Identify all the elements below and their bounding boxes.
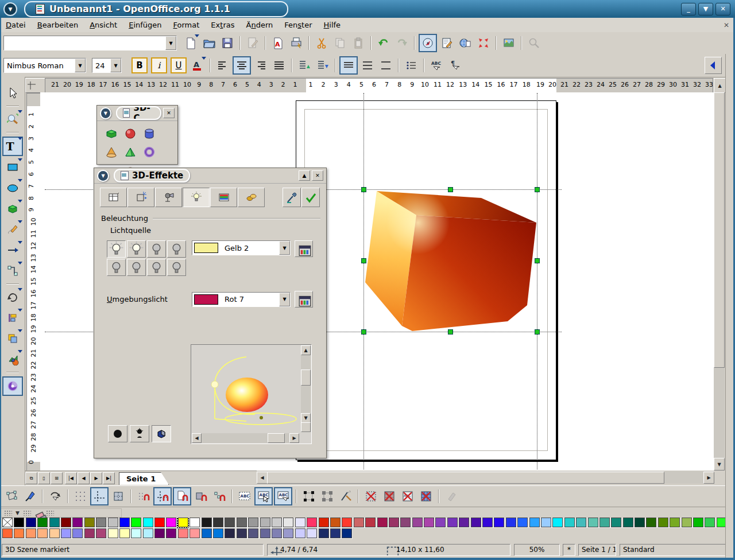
- color-swatch[interactable]: [96, 528, 106, 538]
- large-handles-button[interactable]: [319, 488, 336, 505]
- hidden-toolbar-strip[interactable]: [725, 54, 734, 558]
- illumination-tab-button[interactable]: [183, 188, 210, 207]
- align-right-button[interactable]: [252, 57, 269, 74]
- simple-handles-button[interactable]: [300, 488, 318, 505]
- color-swatch[interactable]: [330, 528, 341, 538]
- 3d-cube-object[interactable]: [361, 187, 540, 334]
- font-size-combo[interactable]: 24 ▼: [92, 58, 122, 73]
- menu-fenster[interactable]: Fenster: [278, 19, 318, 31]
- color-swatch[interactable]: [646, 518, 656, 527]
- guides-front-button[interactable]: [110, 488, 127, 505]
- text-tool-button[interactable]: T: [2, 137, 23, 156]
- double-click-text-button[interactable]: ABC: [274, 487, 292, 505]
- last-page-button[interactable]: ▶|: [103, 472, 115, 484]
- color-swatch[interactable]: [471, 518, 481, 527]
- status-position-size[interactable]: 4,74 / 6,74 14,10 x 11,60: [267, 544, 510, 556]
- line-spacing-15-button[interactable]: [359, 57, 376, 74]
- color-swatch[interactable]: [96, 518, 106, 527]
- align-center-button[interactable]: [233, 56, 251, 75]
- handle-middle-right[interactable]: [535, 258, 540, 263]
- dialog-title-bar[interactable]: ▼ 3D-Effekte ▲ ✕: [94, 168, 326, 184]
- color-swatch[interactable]: [225, 528, 235, 538]
- create-with-attributes-button[interactable]: [337, 488, 354, 505]
- color-swatch[interactable]: [26, 528, 36, 538]
- horizontal-scroll-left-button[interactable]: ◀: [257, 472, 268, 484]
- color-swatch[interactable]: [459, 518, 469, 527]
- light-source-8-button[interactable]: [167, 259, 186, 276]
- color-swatch[interactable]: [108, 518, 118, 527]
- snap-grid-button[interactable]: [135, 488, 152, 505]
- color-swatch[interactable]: [189, 518, 200, 527]
- color-swatch[interactable]: [49, 528, 60, 538]
- menu-ansicht[interactable]: Ansicht: [84, 19, 123, 31]
- lines-arrows-tool-button[interactable]: [3, 241, 22, 259]
- menu-extras[interactable]: Extras: [205, 19, 240, 31]
- select-text-area-button[interactable]: ABC: [254, 487, 273, 505]
- color-swatch[interactable]: [494, 518, 504, 527]
- color-swatch[interactable]: [143, 518, 153, 527]
- color-swatch[interactable]: [272, 518, 282, 527]
- color-swatch[interactable]: [541, 518, 551, 527]
- first-page-button[interactable]: |◀: [65, 472, 77, 484]
- rotate-mode-button[interactable]: [47, 488, 64, 505]
- status-zoom[interactable]: 50%: [514, 544, 560, 556]
- palette-title-bar[interactable]: ▼ 3D-C ✕: [97, 106, 177, 121]
- preview-lamp-button[interactable]: [130, 425, 149, 442]
- color-swatch[interactable]: [143, 528, 153, 538]
- objects-3d-tool-button[interactable]: [3, 200, 22, 218]
- edit-points-button[interactable]: [3, 488, 20, 505]
- color-swatch[interactable]: [365, 518, 376, 527]
- dialog-close-icon[interactable]: ✕: [312, 170, 323, 181]
- color-swatch[interactable]: [84, 528, 95, 538]
- mode-layer-button[interactable]: ⊞: [51, 472, 63, 484]
- color-swatch[interactable]: [307, 528, 317, 538]
- open-button[interactable]: [200, 34, 218, 52]
- color-swatch[interactable]: [307, 518, 317, 527]
- font-name-combo[interactable]: Nimbus Roman ▼: [3, 58, 86, 73]
- handle-bottom-left[interactable]: [361, 329, 366, 335]
- alignment-tool-button[interactable]: [3, 309, 22, 327]
- color-swatch[interactable]: [108, 528, 118, 538]
- url-input[interactable]: [4, 37, 165, 49]
- navigator-button[interactable]: [419, 34, 437, 52]
- color-swatch[interactable]: [26, 518, 36, 527]
- ambient-color-dropdown-icon[interactable]: ▼: [279, 293, 290, 306]
- preview-cube-button[interactable]: [152, 425, 171, 442]
- glue-points-button[interactable]: [21, 488, 38, 505]
- color-swatch[interactable]: [319, 528, 329, 538]
- preview-hscroll-thumb[interactable]: [268, 433, 285, 443]
- preview-corner-button[interactable]: [301, 422, 311, 432]
- handle-top-left[interactable]: [361, 187, 366, 192]
- color-swatch[interactable]: [2, 528, 13, 538]
- light-source-2-button[interactable]: [127, 240, 146, 258]
- animation-effects-tool-button[interactable]: [2, 376, 23, 396]
- color-swatch[interactable]: [552, 518, 563, 527]
- url-dropdown-icon[interactable]: ▼: [165, 36, 176, 50]
- sphere-3d-button[interactable]: [121, 125, 139, 143]
- light-source-6-button[interactable]: [127, 259, 146, 276]
- color-swatch[interactable]: [119, 518, 130, 527]
- color-swatch[interactable]: [377, 518, 388, 527]
- show-grid-button[interactable]: [72, 488, 89, 505]
- color-swatch[interactable]: [84, 518, 95, 527]
- close-button[interactable]: ✕: [715, 3, 730, 15]
- rectangle-tool-button[interactable]: [3, 158, 22, 177]
- vertical-scrollbar-thumb[interactable]: [714, 92, 725, 368]
- spacing-decrease-button[interactable]: [314, 57, 331, 74]
- color-swatch[interactable]: [61, 518, 71, 527]
- next-page-button[interactable]: ▶: [90, 472, 102, 484]
- color-swatch[interactable]: [131, 518, 141, 527]
- color-swatch[interactable]: [225, 518, 235, 527]
- font-color-button[interactable]: A: [189, 57, 206, 74]
- handle-middle-left[interactable]: [361, 258, 366, 263]
- color-swatch[interactable]: [330, 518, 341, 527]
- line-spacing-1-button[interactable]: [339, 56, 358, 75]
- connector-tool-button[interactable]: [3, 262, 22, 280]
- align-left-button[interactable]: [214, 57, 231, 74]
- color-swatch[interactable]: [529, 518, 540, 527]
- vertical-scrollbar[interactable]: ▼: [714, 92, 725, 470]
- pyramid-3d-button[interactable]: [121, 143, 139, 161]
- toolbar-grip[interactable]: [4, 510, 12, 516]
- color-swatch[interactable]: [354, 518, 364, 527]
- font-name-dropdown-icon[interactable]: ▼: [75, 59, 86, 72]
